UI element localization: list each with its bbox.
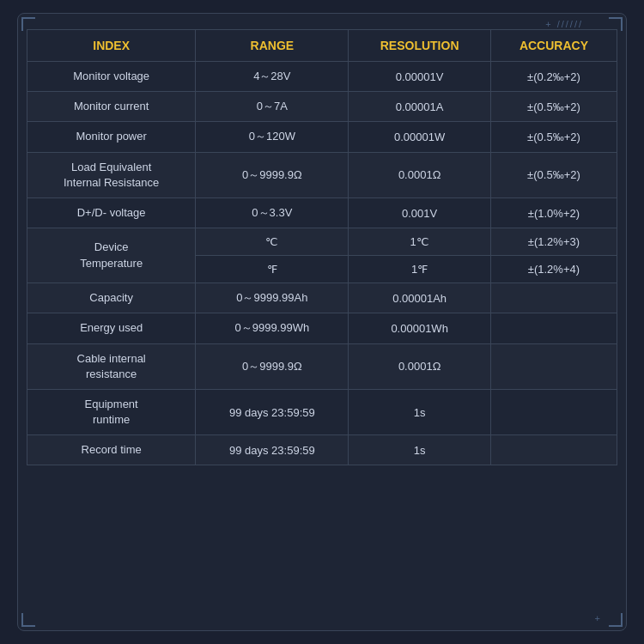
table-wrapper: INDEX RANGE RESOLUTION ACCURACY Monitor … xyxy=(27,22,617,622)
header-index: INDEX xyxy=(27,30,196,62)
bottom-decoration: + xyxy=(595,613,600,623)
table-row: Cable internalresistance0～9999.9Ω0.0001Ω xyxy=(27,343,617,389)
header-accuracy: ACCURACY xyxy=(490,30,617,62)
cell-resolution: 0.00001Ah xyxy=(349,283,491,313)
corner-tr xyxy=(609,17,623,31)
cell-range: 99 days 23:59:59 xyxy=(196,435,349,465)
table-row: Energy used0～9999.99Wh0.00001Wh xyxy=(27,313,617,343)
cell-accuracy: ±(0.2‰+2) xyxy=(490,62,617,92)
cell-accuracy: ±(0.5‰+2) xyxy=(490,92,617,122)
table-row: Monitor current0～7A0.00001A±(0.5‰+2) xyxy=(27,92,617,122)
cell-range: 0～3.3V xyxy=(196,197,349,228)
cell-accuracy: ±(0.5‰+2) xyxy=(490,122,617,152)
cell-resolution: 0.001V xyxy=(349,197,491,228)
cell-accuracy xyxy=(490,283,617,313)
table-header-row: INDEX RANGE RESOLUTION ACCURACY xyxy=(27,30,617,62)
main-container: + ////// + INDEX RANGE RESOLUTION ACCURA… xyxy=(17,13,627,631)
cell-range: ℃ xyxy=(196,228,349,256)
cell-resolution: 1s xyxy=(349,389,491,434)
cell-index: Monitor voltage xyxy=(27,62,196,92)
cell-resolution: 0.0001Ω xyxy=(349,152,491,197)
table-row: Record time99 days 23:59:591s xyxy=(27,435,617,465)
cell-index: DeviceTemperature xyxy=(27,228,196,283)
cell-resolution: 0.00001Wh xyxy=(349,313,491,343)
corner-bl xyxy=(21,613,35,627)
cell-accuracy: ±(0.5‰+2) xyxy=(490,152,617,197)
cell-resolution: 0.0001Ω xyxy=(349,343,491,389)
cell-index: Energy used xyxy=(27,313,196,343)
cell-index: D+/D- voltage xyxy=(27,197,196,228)
table-row: Monitor power0～120W0.00001W±(0.5‰+2) xyxy=(27,122,617,152)
cell-range: ℉ xyxy=(196,256,349,283)
cell-index: Record time xyxy=(27,435,196,465)
corner-tl xyxy=(21,17,35,31)
table-row: D+/D- voltage0～3.3V0.001V±(1.0%+2) xyxy=(27,197,617,228)
header-resolution: RESOLUTION xyxy=(349,30,491,62)
cell-accuracy xyxy=(490,313,617,343)
cell-range: 0～120W xyxy=(196,122,349,152)
cell-resolution: 1℃ xyxy=(349,228,491,256)
cell-index: Capacity xyxy=(27,283,196,313)
cell-range: 0～9999.9Ω xyxy=(196,152,349,197)
cell-index: Monitor power xyxy=(27,122,196,152)
cell-resolution: 1s xyxy=(349,435,491,465)
cell-accuracy: ±(1.0%+2) xyxy=(490,197,617,228)
table-row: Load EquivalentInternal Resistance0～9999… xyxy=(27,152,617,197)
cell-accuracy xyxy=(490,435,617,465)
cell-index: Equipmentruntime xyxy=(27,389,196,434)
table-row: Capacity0～9999.99Ah0.00001Ah xyxy=(27,283,617,313)
cell-range: 0～7A xyxy=(196,92,349,122)
cell-accuracy: ±(1.2%+3) xyxy=(490,228,617,256)
cell-range: 0～9999.9Ω xyxy=(196,343,349,389)
header-range: RANGE xyxy=(196,30,349,62)
cell-resolution: 1℉ xyxy=(349,256,491,283)
cell-range: 0～9999.99Ah xyxy=(196,283,349,313)
cell-resolution: 0.00001W xyxy=(349,122,491,152)
table-row: DeviceTemperature℃1℃±(1.2%+3) xyxy=(27,228,617,256)
table-body: Monitor voltage4～28V0.00001V±(0.2‰+2)Mon… xyxy=(27,62,617,465)
cell-resolution: 0.00001V xyxy=(349,62,491,92)
specs-table: INDEX RANGE RESOLUTION ACCURACY Monitor … xyxy=(27,29,617,465)
cell-accuracy xyxy=(490,343,617,389)
table-row: Monitor voltage4～28V0.00001V±(0.2‰+2) xyxy=(27,62,617,92)
cell-index: Monitor current xyxy=(27,92,196,122)
top-decoration: + ////// xyxy=(545,19,583,29)
table-row: Equipmentruntime99 days 23:59:591s xyxy=(27,389,617,434)
cell-accuracy xyxy=(490,389,617,434)
cell-range: 0～9999.99Wh xyxy=(196,313,349,343)
cell-accuracy: ±(1.2%+4) xyxy=(490,256,617,283)
cell-resolution: 0.00001A xyxy=(349,92,491,122)
cell-range: 99 days 23:59:59 xyxy=(196,389,349,434)
cell-range: 4～28V xyxy=(196,62,349,92)
cell-index: Cable internalresistance xyxy=(27,343,196,389)
corner-br xyxy=(609,613,623,627)
cell-index: Load EquivalentInternal Resistance xyxy=(27,152,196,197)
